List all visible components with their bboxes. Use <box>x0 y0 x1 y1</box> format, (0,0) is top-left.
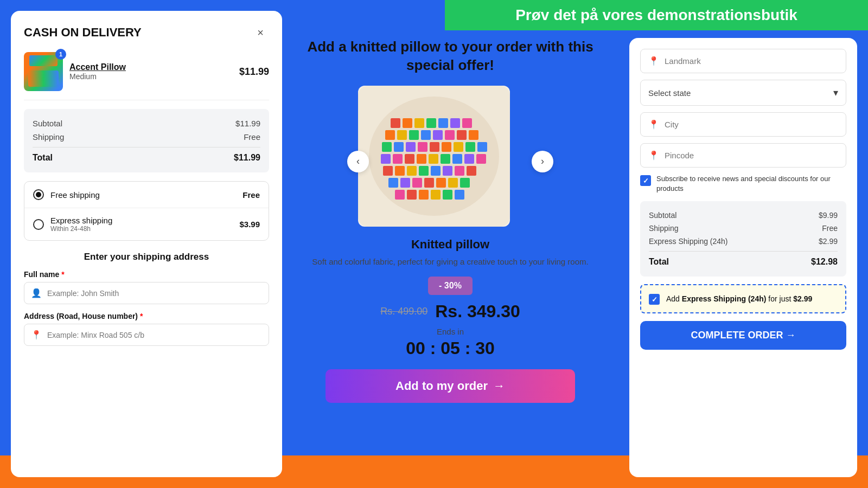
express-bold-label: Express Shipping (24h) <box>682 294 767 303</box>
left-summary-table: Subtotal $11.99 Shipping Free Total $11.… <box>24 109 269 172</box>
carousel-left-arrow[interactable]: ‹ <box>347 151 369 172</box>
express-shipping-sublabel: Within 24-48h <box>50 225 233 233</box>
panel-title: CASH ON DELIVERY <box>24 25 142 40</box>
right-total-row: Total $12.98 <box>649 251 838 269</box>
express-shipping-radio[interactable] <box>33 219 44 230</box>
svg-rect-28 <box>405 154 414 164</box>
product-price: $11.99 <box>239 66 269 78</box>
product-description: Soft and colorful fabric, perfect for gi… <box>312 256 588 268</box>
pincode-input[interactable] <box>665 151 838 160</box>
svg-rect-38 <box>419 166 429 176</box>
top-banner: Prøv det på vores demonstrationsbutik <box>445 0 868 30</box>
right-panel: 📍 Select state ▾ 📍 📍 ✓ Subscribe to rece… <box>629 38 857 477</box>
svg-rect-26 <box>381 154 391 164</box>
complete-order-button[interactable]: COMPLETE ORDER → <box>640 321 846 350</box>
subscribe-checkbox[interactable]: ✓ <box>640 175 651 186</box>
product-name: Accent Pillow <box>69 62 233 72</box>
svg-rect-29 <box>417 154 426 164</box>
svg-rect-27 <box>393 154 403 164</box>
svg-rect-30 <box>429 154 438 164</box>
svg-rect-33 <box>464 154 474 164</box>
fullname-input[interactable] <box>47 289 262 298</box>
subtotal-row: Subtotal $11.99 <box>33 117 260 130</box>
svg-rect-19 <box>406 142 416 152</box>
right-shipping-value: Free <box>822 224 838 233</box>
fullname-label: Full name * <box>24 270 269 279</box>
subtotal-value: $11.99 <box>235 119 260 128</box>
svg-rect-46 <box>424 178 434 188</box>
shipping-row: Shipping Free <box>33 130 260 144</box>
fullname-input-wrap: 👤 <box>24 282 269 304</box>
pillow-carousel: ‹ <box>358 86 542 237</box>
svg-rect-39 <box>431 166 441 176</box>
svg-rect-55 <box>455 190 464 200</box>
middle-panel: Add a knitted pillow to your order with … <box>282 0 618 488</box>
svg-rect-32 <box>452 154 462 164</box>
address-field-wrap: Address (Road, House number) * 📍 <box>24 312 269 346</box>
right-shipping-row: Shipping Free <box>649 222 838 235</box>
offer-title: Add a knitted pillow to your order with … <box>298 38 602 75</box>
sale-price: Rs. 349.30 <box>435 301 520 322</box>
svg-rect-22 <box>442 142 451 152</box>
express-checkbox[interactable]: ✓ <box>649 294 660 305</box>
main-container: Prøv det på vores demonstrationsbutik CA… <box>0 0 868 488</box>
close-button[interactable]: × <box>252 24 269 41</box>
pincode-location-icon: 📍 <box>648 150 659 160</box>
express-shipping-label: Express shipping Within 24-48h <box>50 216 233 233</box>
landmark-input[interactable] <box>665 56 838 66</box>
express-checkmark: ✓ <box>652 296 658 304</box>
right-express-row: Express Shipping (24h) $2.99 <box>649 235 838 248</box>
express-shipping-box: ✓ Add Express Shipping (24h) for just $2… <box>640 284 846 313</box>
top-banner-text: Prøv det på vores demonstrationsbutik <box>515 7 797 23</box>
complete-order-label: COMPLETE ORDER → <box>691 330 795 341</box>
right-total-label: Total <box>649 257 669 267</box>
pillow-image-container <box>358 86 510 227</box>
countdown-timer: 00 : 05 : 30 <box>406 338 495 358</box>
right-subtotal-row: Subtotal $9.99 <box>649 209 838 222</box>
svg-rect-8 <box>462 118 472 128</box>
express-shipping-price: $3.99 <box>239 220 260 229</box>
svg-rect-50 <box>395 190 405 200</box>
product-name-middle: Knitted pillow <box>411 237 489 252</box>
product-image-wrap: 1 <box>24 52 63 91</box>
location-icon-address: 📍 <box>31 330 42 340</box>
right-express-label: Express Shipping (24h) <box>649 237 728 246</box>
landmark-input-wrap: 📍 <box>640 49 846 73</box>
subscribe-text: Subscribe to receive news and special di… <box>656 174 846 194</box>
total-row: Total $11.99 <box>33 147 260 165</box>
original-price: Rs. 499.00 <box>380 306 427 317</box>
address-input[interactable] <box>47 331 262 339</box>
ends-in-label: Ends in <box>437 327 464 336</box>
right-summary-table: Subtotal $9.99 Shipping Free Express Shi… <box>640 201 846 277</box>
state-select[interactable]: Select state ▾ <box>640 80 846 106</box>
right-total-value: $12.98 <box>811 257 838 267</box>
right-shipping-label: Shipping <box>649 224 679 233</box>
svg-rect-18 <box>394 142 404 152</box>
product-size: Medium <box>69 72 233 81</box>
svg-rect-17 <box>382 142 392 152</box>
right-express-value: $2.99 <box>819 237 838 246</box>
svg-rect-40 <box>443 166 452 176</box>
svg-rect-52 <box>419 190 429 200</box>
free-shipping-radio[interactable] <box>33 189 44 200</box>
svg-rect-49 <box>460 178 470 188</box>
free-shipping-option[interactable]: Free shipping Free <box>24 182 269 208</box>
svg-rect-14 <box>445 130 455 140</box>
shipping-value: Free <box>244 132 260 142</box>
add-order-arrow: → <box>493 379 505 393</box>
subtotal-label: Subtotal <box>33 119 62 128</box>
address-input-wrap: 📍 <box>24 324 269 346</box>
add-to-order-button[interactable]: Add to my order → <box>326 369 575 403</box>
svg-rect-24 <box>465 142 475 152</box>
svg-rect-20 <box>418 142 427 152</box>
city-input[interactable] <box>665 120 838 129</box>
svg-rect-53 <box>431 190 441 200</box>
svg-rect-48 <box>448 178 458 188</box>
express-shipping-option[interactable]: Express shipping Within 24-48h $3.99 <box>24 208 269 240</box>
landmark-location-icon: 📍 <box>648 56 659 66</box>
carousel-right-arrow[interactable]: › <box>532 151 553 172</box>
express-box-text: Add Express Shipping (24h) for just $2.9… <box>666 293 812 305</box>
address-required: * <box>140 312 143 320</box>
svg-rect-10 <box>397 130 407 140</box>
svg-rect-45 <box>412 178 422 188</box>
